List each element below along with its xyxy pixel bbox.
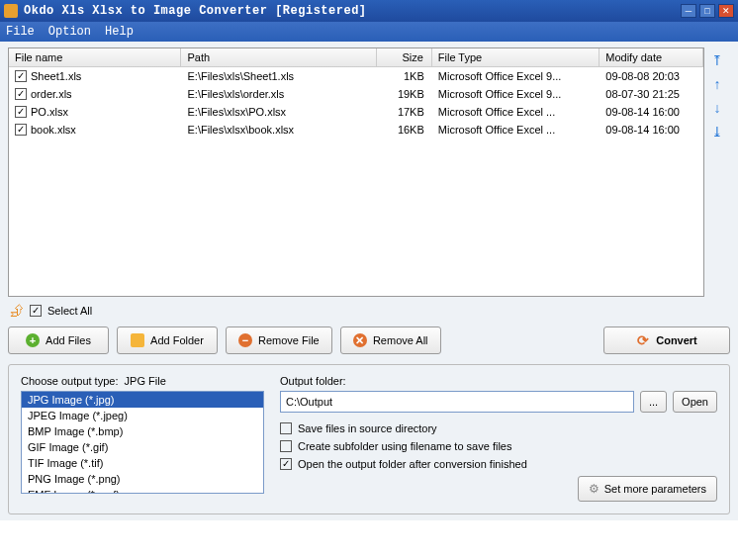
create-subfolder-label: Create subfolder using filename to save … <box>298 440 511 452</box>
file-name: PO.xlsx <box>31 106 68 118</box>
menu-help[interactable]: Help <box>105 25 134 39</box>
col-header-path[interactable]: Path <box>181 48 376 66</box>
remove-file-button[interactable]: −Remove File <box>226 327 332 354</box>
select-all-checkbox[interactable] <box>30 305 42 317</box>
table-header: File name Path Size File Type Modify dat… <box>9 48 703 67</box>
app-icon <box>4 4 18 18</box>
table-row[interactable]: book.xlsxE:\Files\xlsx\book.xlsx16KBMicr… <box>9 121 703 139</box>
row-checkbox[interactable] <box>15 70 27 82</box>
save-in-source-label: Save files in source directory <box>298 422 437 434</box>
file-name: book.xlsx <box>31 124 76 136</box>
convert-button[interactable]: ⟳Convert <box>603 327 730 354</box>
x-icon: ✕ <box>353 333 367 347</box>
browse-button[interactable]: ... <box>640 391 667 413</box>
file-size: 19KB <box>377 88 432 100</box>
col-header-size[interactable]: Size <box>377 48 432 66</box>
maximize-button[interactable]: □ <box>699 4 715 18</box>
create-subfolder-checkbox[interactable] <box>280 440 292 452</box>
output-folder-label: Output folder: <box>280 375 717 387</box>
col-header-date[interactable]: Modify date <box>600 48 703 66</box>
up-folder-icon[interactable]: ⮵ <box>10 303 24 319</box>
file-date: 09-08-08 20:03 <box>600 70 703 82</box>
row-checkbox[interactable] <box>15 106 27 118</box>
file-date: 08-07-30 21:25 <box>600 88 703 100</box>
add-files-button[interactable]: +Add Files <box>8 327 109 354</box>
open-button[interactable]: Open <box>673 391 717 413</box>
file-type: Microsoft Office Excel 9... <box>432 88 600 100</box>
table-row[interactable]: PO.xlsxE:\Files\xlsx\PO.xlsx17KBMicrosof… <box>9 103 703 121</box>
file-name: order.xls <box>31 88 72 100</box>
move-up-icon[interactable]: ↑ <box>708 75 726 93</box>
menubar: File Option Help <box>0 22 738 42</box>
close-button[interactable]: ✕ <box>718 4 734 18</box>
file-table: File name Path Size File Type Modify dat… <box>8 47 704 297</box>
col-header-name[interactable]: File name <box>9 48 181 66</box>
remove-all-button[interactable]: ✕Remove All <box>340 327 441 354</box>
convert-icon: ⟳ <box>636 333 650 347</box>
move-top-icon[interactable]: ⤒ <box>708 51 726 69</box>
file-path: E:\Files\xls\order.xls <box>182 88 377 100</box>
file-type: Microsoft Office Excel 9... <box>432 70 600 82</box>
col-header-type[interactable]: File Type <box>432 48 600 66</box>
file-size: 17KB <box>377 106 432 118</box>
file-name: Sheet1.xls <box>31 70 81 82</box>
row-checkbox[interactable] <box>15 88 27 100</box>
plus-icon: + <box>26 333 40 347</box>
list-item[interactable]: EMF Image (*.emf) <box>22 487 263 493</box>
menu-option[interactable]: Option <box>48 25 91 39</box>
list-item[interactable]: TIF Image (*.tif) <box>22 455 263 471</box>
folder-icon <box>131 333 144 347</box>
list-item[interactable]: GIF Image (*.gif) <box>22 439 263 455</box>
output-type-label: Choose output type: JPG File <box>21 375 264 387</box>
file-date: 09-08-14 16:00 <box>600 106 703 118</box>
minimize-button[interactable]: ─ <box>681 4 696 18</box>
file-size: 16KB <box>377 124 432 136</box>
select-all-label: Select All <box>47 305 92 317</box>
output-folder-input[interactable] <box>280 391 634 413</box>
table-row[interactable]: Sheet1.xlsE:\Files\xls\Sheet1.xls1KBMicr… <box>9 67 703 85</box>
file-type: Microsoft Office Excel ... <box>432 124 600 136</box>
titlebar: Okdo Xls Xlsx to Image Converter [Regist… <box>0 0 738 22</box>
file-date: 09-08-14 16:00 <box>600 124 703 136</box>
row-checkbox[interactable] <box>15 124 27 136</box>
reorder-arrows: ⤒ ↑ ↓ ⤓ <box>706 47 728 140</box>
move-bottom-icon[interactable]: ⤓ <box>708 123 726 140</box>
file-path: E:\Files\xlsx\PO.xlsx <box>182 106 377 118</box>
minus-icon: − <box>238 333 252 347</box>
open-after-checkbox[interactable] <box>280 458 292 470</box>
move-down-icon[interactable]: ↓ <box>708 99 726 117</box>
file-size: 1KB <box>377 70 432 82</box>
open-after-label: Open the output folder after conversion … <box>298 458 527 470</box>
add-folder-button[interactable]: Add Folder <box>117 327 218 354</box>
file-path: E:\Files\xlsx\book.xlsx <box>182 124 377 136</box>
list-item[interactable]: JPG Image (*.jpg) <box>22 392 263 408</box>
window-title: Okdo Xls Xlsx to Image Converter [Regist… <box>24 4 681 18</box>
set-more-parameters-button[interactable]: ⚙Set more parameters <box>578 476 717 502</box>
list-item[interactable]: BMP Image (*.bmp) <box>22 423 263 439</box>
menu-file[interactable]: File <box>6 25 35 39</box>
gear-icon: ⚙ <box>589 482 600 496</box>
list-item[interactable]: PNG Image (*.png) <box>22 471 263 487</box>
save-in-source-checkbox[interactable] <box>280 422 292 434</box>
list-item[interactable]: JPEG Image (*.jpeg) <box>22 408 263 423</box>
table-row[interactable]: order.xlsE:\Files\xls\order.xls19KBMicro… <box>9 85 703 103</box>
output-type-listbox[interactable]: JPG Image (*.jpg)JPEG Image (*.jpeg)BMP … <box>21 391 264 494</box>
file-type: Microsoft Office Excel ... <box>432 106 600 118</box>
file-path: E:\Files\xls\Sheet1.xls <box>182 70 377 82</box>
